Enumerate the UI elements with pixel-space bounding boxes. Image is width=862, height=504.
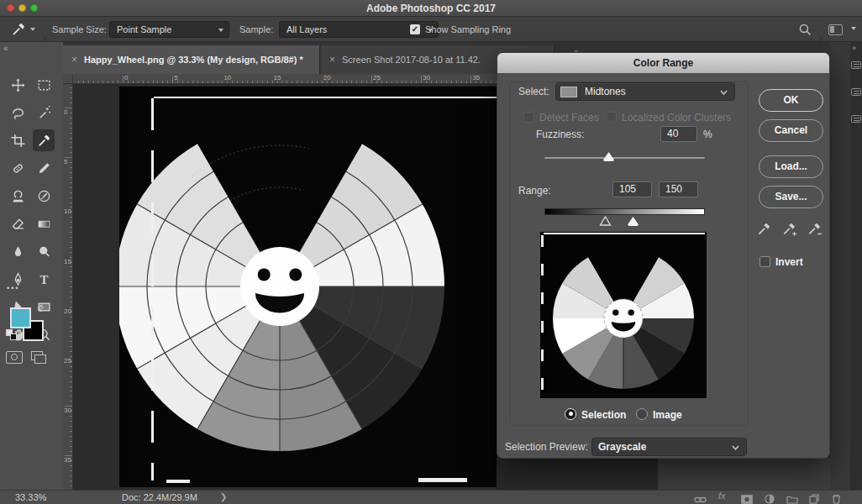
sample-size-dropdown[interactable]: Point Sample bbox=[109, 21, 229, 38]
detect-faces-checkbox bbox=[523, 112, 534, 123]
close-icon[interactable]: × bbox=[329, 54, 335, 66]
chevron-down-icon bbox=[720, 90, 728, 95]
dialog-title[interactable]: Color Range bbox=[497, 53, 829, 73]
select-dropdown[interactable]: Midtones bbox=[555, 82, 735, 101]
detect-faces-label: Detect Faces bbox=[539, 112, 599, 123]
tool-preset-chevron-icon[interactable] bbox=[30, 28, 35, 31]
range-low-thumb[interactable] bbox=[599, 216, 612, 227]
chevron-down-icon[interactable] bbox=[851, 27, 856, 30]
midtones-swatch bbox=[560, 87, 577, 97]
image-radio[interactable] bbox=[636, 408, 648, 420]
adjustment-layer-icon[interactable] bbox=[765, 492, 775, 504]
image-border-line bbox=[544, 233, 705, 234]
new-group-icon[interactable] bbox=[786, 492, 798, 504]
tool-healing-brush[interactable] bbox=[7, 157, 29, 179]
tool-dodge[interactable] bbox=[33, 240, 55, 262]
selection-preview-label: Selection Preview: bbox=[505, 441, 588, 453]
tool-clone-stamp[interactable] bbox=[7, 185, 29, 207]
dock-panel-icon[interactable] bbox=[851, 61, 861, 69]
invert-checkbox[interactable] bbox=[760, 256, 770, 267]
image-border-line bbox=[154, 97, 497, 98]
eyedropper-add-icon[interactable] bbox=[781, 222, 798, 242]
window-title: Adobe Photoshop CC 2017 bbox=[0, 3, 862, 14]
tool-lasso[interactable] bbox=[7, 102, 29, 123]
tool-crop[interactable] bbox=[7, 129, 29, 151]
new-layer-icon[interactable] bbox=[809, 492, 819, 504]
layer-effects-icon[interactable]: fx bbox=[718, 491, 726, 501]
quick-mask-icon[interactable] bbox=[6, 351, 23, 364]
range-gradient-bar[interactable] bbox=[544, 208, 705, 215]
photoshop-window: Adobe Photoshop CC 2017 Sample Size: Poi… bbox=[0, 0, 862, 504]
window-titlebar: Adobe Photoshop CC 2017 bbox=[0, 0, 862, 17]
tool-gradient[interactable] bbox=[33, 213, 55, 234]
ruler-corner[interactable] bbox=[63, 74, 73, 84]
panel-dock-strip bbox=[850, 42, 862, 504]
selection-preview-dropdown[interactable]: Grayscale bbox=[591, 438, 747, 456]
image-border-mark bbox=[418, 478, 467, 482]
selection-radio[interactable] bbox=[565, 408, 576, 420]
delete-layer-icon[interactable] bbox=[832, 492, 841, 504]
selection-preview-thumbnail[interactable] bbox=[540, 232, 707, 398]
foreground-color-swatch[interactable] bbox=[10, 307, 31, 328]
image-border-dashes bbox=[541, 235, 544, 396]
fuzziness-label: Fuzziness: bbox=[536, 129, 584, 140]
range-high-field[interactable]: 150 bbox=[659, 181, 698, 197]
happy-wheel-artwork bbox=[119, 87, 497, 487]
fuzziness-field[interactable]: 40 bbox=[660, 126, 697, 142]
background-window-area bbox=[497, 458, 658, 490]
localized-clusters-label: Localized Color Clusters bbox=[622, 112, 731, 123]
select-label: Select: bbox=[518, 86, 549, 97]
chevron-down-icon bbox=[218, 29, 223, 32]
link-layers-icon[interactable] bbox=[694, 492, 707, 504]
doc-size-info[interactable]: Doc: 22.4M/29.9M bbox=[122, 492, 197, 502]
load-button[interactable]: Load... bbox=[759, 155, 823, 178]
workspace-panel-icon[interactable] bbox=[828, 24, 843, 35]
tool-move[interactable] bbox=[7, 74, 29, 96]
ok-button[interactable]: OK bbox=[759, 89, 823, 112]
tab-label: Screen Shot 2017-08-10 at 11.42. bbox=[342, 55, 481, 65]
eyedropper-sample-icon[interactable] bbox=[756, 222, 771, 240]
dock-panel-icon[interactable] bbox=[851, 115, 861, 123]
layer-mask-icon[interactable] bbox=[741, 492, 753, 504]
tool-magic-wand[interactable] bbox=[33, 102, 55, 123]
invert-label: Invert bbox=[775, 256, 803, 268]
options-bar: Sample Size: Point Sample Sample: All La… bbox=[0, 17, 862, 42]
tool-history-brush[interactable] bbox=[33, 185, 55, 207]
sample-label: Sample: bbox=[239, 24, 273, 34]
localized-clusters-checkbox bbox=[606, 112, 617, 123]
show-sampling-ring-label: Show Sampling Ring bbox=[425, 24, 511, 34]
show-sampling-ring-checkbox[interactable]: ✓ bbox=[410, 24, 420, 34]
expand-panels-icon[interactable]: » bbox=[852, 44, 856, 52]
preview-wheel bbox=[540, 232, 707, 398]
search-icon[interactable] bbox=[798, 23, 812, 40]
eyedropper-subtract-icon[interactable] bbox=[807, 222, 823, 242]
screen-mode-icon[interactable] bbox=[31, 351, 43, 360]
tool-type[interactable]: T bbox=[33, 268, 55, 290]
range-label: Range: bbox=[518, 185, 551, 197]
range-low-field[interactable]: 105 bbox=[612, 181, 652, 197]
tab-label: Happy_Wheel.png @ 33.3% (My design, RGB/… bbox=[84, 55, 303, 65]
tool-blur[interactable] bbox=[7, 240, 29, 262]
fuzziness-slider-track[interactable] bbox=[544, 157, 705, 159]
svg-text:T: T bbox=[39, 272, 48, 286]
dock-panel-icon[interactable] bbox=[851, 88, 861, 96]
status-chevron-icon[interactable]: ❯ bbox=[220, 492, 227, 501]
edit-toolbar-icon[interactable]: ••• bbox=[7, 284, 19, 292]
tool-pencil[interactable] bbox=[33, 157, 55, 179]
status-bar: 33.33% Doc: 22.4M/29.9M ❯ bbox=[0, 490, 862, 504]
tab-happy-wheel[interactable]: × Happy_Wheel.png @ 33.3% (My design, RG… bbox=[63, 45, 320, 74]
tool-eyedropper[interactable] bbox=[33, 129, 55, 151]
save-button[interactable]: Save... bbox=[759, 186, 823, 208]
eyedropper-preset-icon[interactable] bbox=[11, 22, 26, 40]
close-icon[interactable]: × bbox=[71, 54, 77, 66]
image-radio-label: Image bbox=[653, 409, 682, 421]
collapse-panel-icon[interactable]: « bbox=[3, 44, 8, 53]
tool-marquee[interactable] bbox=[33, 74, 55, 96]
tool-eraser[interactable] bbox=[7, 213, 29, 234]
color-range-dialog: Color Range Select: Midtones Detect Face… bbox=[497, 52, 830, 459]
zoom-level[interactable]: 33.33% bbox=[15, 492, 46, 502]
ruler-vertical[interactable]: 05101520253035 bbox=[63, 84, 73, 490]
image-border-mark bbox=[166, 480, 190, 483]
cancel-button[interactable]: Cancel bbox=[759, 119, 823, 142]
canvas-image[interactable] bbox=[119, 87, 497, 487]
